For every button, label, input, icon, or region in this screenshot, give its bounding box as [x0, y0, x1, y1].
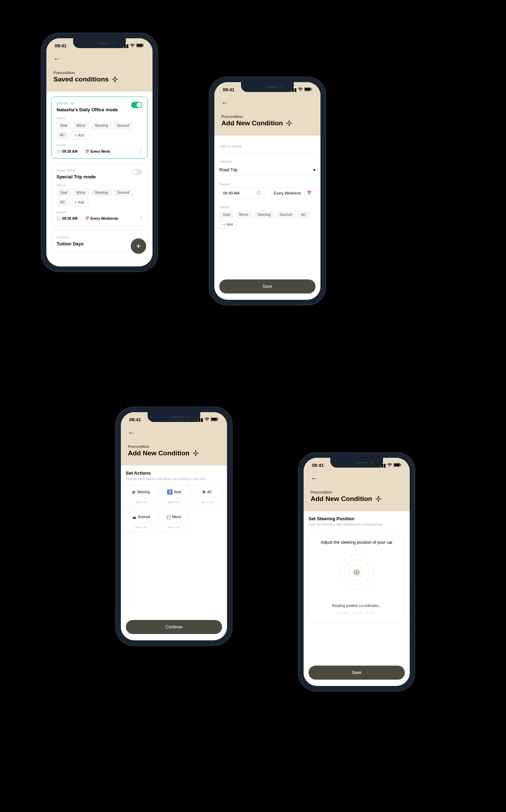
- wifi-icon: [205, 417, 209, 422]
- phone-set-actions: 09:41 ▮▮▮▮ ← Precondition Add New Condit…: [116, 407, 232, 645]
- steering-visual[interactable]: [339, 555, 374, 590]
- chip-add[interactable]: + Add: [219, 220, 237, 229]
- phone-notch: [241, 82, 294, 92]
- wifi-icon: [387, 463, 392, 468]
- chip-ac[interactable]: AC: [298, 211, 310, 218]
- chip-steering[interactable]: Steering: [91, 189, 111, 196]
- chip-mirror[interactable]: Mirror: [236, 211, 252, 218]
- repeat-time: 🕘 09:30 AM: [57, 217, 78, 220]
- svg-rect-8: [218, 418, 218, 420]
- battery-icon: [136, 43, 144, 48]
- page-title: Add New Condition: [128, 449, 189, 457]
- action-card-steering[interactable]: ⊕Steering Tap to set: [126, 486, 156, 508]
- svg-rect-11: [400, 464, 401, 466]
- svg-rect-1: [137, 44, 142, 46]
- clock-icon: 🕘: [256, 191, 261, 195]
- back-button[interactable]: ←: [53, 53, 60, 64]
- page-title: Saved conditions: [53, 75, 109, 83]
- back-button[interactable]: ←: [311, 473, 318, 484]
- card-tag: OFFICE - 01: [57, 102, 142, 105]
- back-button[interactable]: ←: [128, 427, 135, 438]
- sparkle-icon: [375, 495, 382, 502]
- repeat-freq: 📅 Every Weekends: [81, 217, 118, 220]
- chip-ac[interactable]: AC: [57, 198, 69, 206]
- battery-icon: [304, 87, 312, 92]
- repeat-freq: 📅 Every Week: [81, 150, 110, 153]
- tap-to-set: Tap to set: [129, 522, 153, 529]
- status-time: 09:41: [223, 87, 234, 92]
- action-card-seat[interactable]: ♿Seat Tap to set: [159, 486, 189, 508]
- action-card-ac[interactable]: ❄AC Tap to set: [192, 486, 222, 508]
- save-button[interactable]: Save: [309, 666, 405, 680]
- tap-to-set: Tap to set: [162, 497, 186, 504]
- chip-seat[interactable]: Seat: [57, 122, 71, 129]
- svg-point-13: [356, 572, 357, 573]
- chip-sunroof[interactable]: Sunroof: [113, 122, 133, 129]
- back-button[interactable]: ←: [221, 97, 228, 108]
- chip-sunroof[interactable]: Sunroof: [276, 211, 296, 218]
- steering-card: Adjust the steering position of your car…: [309, 531, 405, 623]
- chip-sunroof[interactable]: Sunroof: [113, 189, 133, 196]
- name-input[interactable]: [219, 140, 316, 153]
- section-subtitle: Click the set button after adjusting the…: [309, 523, 405, 526]
- phone-notch: [330, 458, 383, 468]
- svg-rect-4: [305, 88, 310, 90]
- repeat-time: 🕘 09:30 AM: [57, 150, 78, 153]
- time-picker[interactable]: 09:30 AM🕘: [219, 187, 265, 198]
- breadcrumb: Precondition: [311, 490, 403, 494]
- add-condition-fab[interactable]: +: [131, 238, 146, 254]
- card-tag: ROAD TRIPS: [57, 169, 142, 172]
- toggle-switch[interactable]: [131, 102, 142, 108]
- chip-steering[interactable]: Steering: [254, 211, 274, 218]
- more-icon[interactable]: ⋮: [138, 215, 143, 220]
- save-button[interactable]: Save: [219, 279, 316, 293]
- action-card-mirror[interactable]: ▢Mirror Tap to set: [159, 510, 189, 533]
- action-card-sunroof[interactable]: ☁Sunroof Tap to set: [126, 510, 156, 533]
- breadcrumb: Precondition: [53, 71, 145, 75]
- calendar-icon: 📅: [307, 191, 312, 195]
- chip-steering[interactable]: Steering: [91, 122, 111, 129]
- svg-rect-10: [394, 463, 400, 466]
- breadcrumb: Precondition: [221, 114, 313, 119]
- toggle-switch[interactable]: [131, 169, 142, 175]
- tap-to-set: Tap to set: [129, 497, 153, 504]
- steering-wheel-icon: [352, 567, 362, 577]
- more-icon[interactable]: ⋮: [138, 148, 143, 153]
- chip-ac[interactable]: AC: [57, 131, 69, 139]
- chip-mirror[interactable]: Mirror: [73, 189, 89, 196]
- page-title: Add New Condition: [311, 495, 372, 503]
- condition-card-roadtrip[interactable]: ROAD TRIPS Special Trip mode Actions Sea…: [51, 164, 148, 226]
- repeat-label: Repeat: [57, 211, 142, 214]
- sparkle-icon: [111, 76, 118, 83]
- chip-seat[interactable]: Seat: [219, 211, 234, 218]
- section-heading: Set Actions: [126, 470, 222, 476]
- card-tag: OTHERS: [57, 236, 142, 239]
- section-heading: Set Steering Position: [309, 516, 405, 521]
- breadcrumb: Precondition: [128, 444, 220, 449]
- page-title: Add New Condition: [221, 119, 283, 127]
- mirror-icon: ▢: [167, 514, 171, 520]
- sparkle-icon: [286, 120, 293, 127]
- category-select[interactable]: Road Trip ▾: [219, 165, 316, 176]
- seat-icon: ♿: [167, 489, 173, 495]
- chip-mirror[interactable]: Mirror: [73, 122, 89, 129]
- svg-rect-7: [211, 418, 217, 420]
- chip-add[interactable]: + Add: [71, 198, 88, 206]
- repeat-label: Repeat: [219, 183, 316, 186]
- freq-picker[interactable]: Every Weekend📅: [270, 187, 316, 198]
- chevron-down-icon: ▾: [313, 167, 316, 172]
- chip-add[interactable]: + Add: [71, 131, 88, 139]
- actions-label: Actions: [57, 184, 142, 187]
- chip-seat[interactable]: Seat: [57, 189, 71, 196]
- condition-card-office[interactable]: OFFICE - 01 Natasha's Daily Office mode …: [51, 97, 148, 159]
- battery-icon: [211, 417, 219, 422]
- phone-notch: [148, 412, 200, 422]
- svg-rect-5: [311, 88, 312, 90]
- tap-to-set: Tap to set: [195, 497, 219, 504]
- steering-icon: ⊕: [132, 489, 136, 495]
- category-value: Road Trip: [219, 167, 238, 172]
- actions-label: Actions: [219, 205, 316, 209]
- tap-to-set: Tap to set: [162, 522, 186, 529]
- category-label: Category: [219, 160, 316, 163]
- continue-button[interactable]: Continue: [126, 620, 222, 634]
